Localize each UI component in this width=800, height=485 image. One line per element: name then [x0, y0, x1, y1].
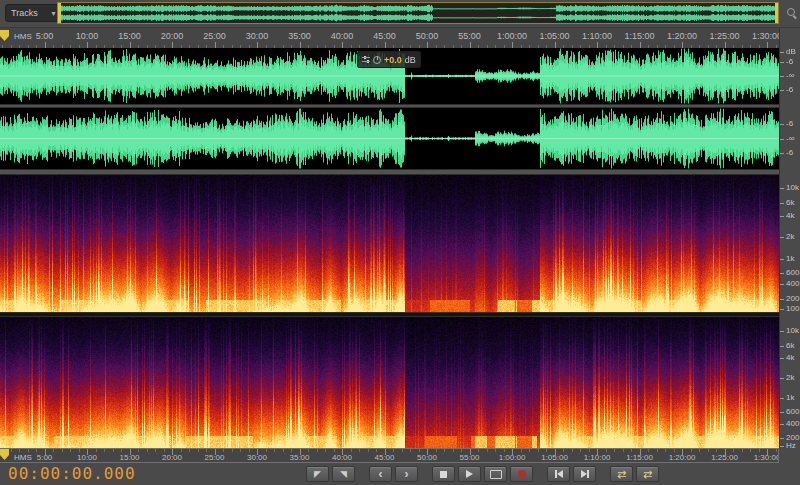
minor-tick — [11, 449, 12, 452]
play-button[interactable] — [458, 466, 481, 482]
gain-knob-icon[interactable] — [373, 56, 381, 64]
play-icon — [466, 470, 473, 478]
minor-tick — [359, 449, 360, 452]
time-tick-label: 50:00 — [417, 453, 437, 462]
freq-label: 100 — [780, 305, 799, 313]
playhead-time-display: 00:00:00.000 — [8, 464, 136, 483]
minor-tick — [164, 449, 165, 452]
minor-tick — [495, 449, 496, 452]
next-icon — [581, 470, 589, 478]
minor-tick — [529, 449, 530, 452]
stop-button[interactable] — [432, 466, 455, 482]
prev-icon — [555, 470, 563, 478]
minor-tick — [444, 449, 445, 452]
magnifier-icon[interactable] — [787, 8, 797, 18]
minor-tick — [368, 449, 369, 452]
freq-label: 4k — [780, 354, 794, 362]
arrow-up-left-icon: ◤ — [314, 470, 321, 479]
spectral-channel-right[interactable] — [0, 317, 779, 448]
freq-label: 10k — [780, 184, 799, 192]
db-label: -6 — [780, 86, 793, 94]
loop-playback-button[interactable] — [484, 466, 507, 482]
time-tick-label: 1:25:00 — [709, 31, 739, 41]
minor-tick — [614, 449, 615, 452]
minor-tick — [623, 449, 624, 452]
loop-selection-button[interactable]: ⇄ — [610, 466, 633, 482]
go-to-end-button[interactable] — [573, 466, 596, 482]
freq-label: 6k — [780, 342, 794, 350]
gain-hud[interactable]: +0.0 dB — [357, 51, 421, 68]
tracks-dropdown-label: Tracks — [11, 8, 38, 18]
minor-tick — [28, 449, 29, 452]
chevron-down-icon: ▼ — [50, 10, 57, 17]
minor-tick — [665, 449, 666, 452]
timeline-ruler-bottom[interactable]: HMS 5:0010:0015:0020:0025:0030:0035:0040… — [0, 448, 779, 463]
time-tick-label: 1:00:00 — [499, 453, 526, 462]
gain-value: +0.0 — [384, 55, 402, 65]
selection-handle-right[interactable] — [775, 3, 778, 23]
db-label: -6 — [780, 149, 793, 157]
minor-tick — [402, 449, 403, 452]
minor-tick — [223, 449, 224, 452]
tracks-dropdown[interactable]: Tracks ▼ — [5, 4, 63, 22]
gain-unit: dB — [405, 55, 416, 65]
freq-label: 200 — [780, 295, 799, 303]
file-overview-navigator[interactable] — [57, 2, 779, 24]
minor-tick — [266, 449, 267, 452]
record-button[interactable] — [510, 466, 533, 482]
time-tick-label: 40:00 — [331, 31, 354, 41]
freq-label: 4k — [780, 212, 794, 220]
freq-label: Hz — [780, 442, 796, 450]
time-tick-label: 10:00 — [76, 31, 99, 41]
timeline-unit-label: HMS — [14, 32, 32, 41]
time-tick-label: 1:10:00 — [582, 31, 612, 41]
transport-group — [547, 466, 596, 482]
minor-tick — [155, 449, 156, 452]
overview-waveform[interactable] — [61, 4, 775, 22]
minor-tick — [750, 449, 751, 452]
time-tick-label: 35:00 — [289, 453, 309, 462]
freq-label: 1k — [780, 394, 794, 402]
skip-selection-button[interactable]: ⇄ — [636, 466, 659, 482]
time-tick-label: 1:30:00 — [752, 31, 779, 41]
playhead-to-previous-button[interactable]: ◤ — [306, 466, 329, 482]
minor-tick — [674, 449, 675, 452]
chevron-left-icon: ‹ — [379, 469, 383, 479]
audio-editor-panel: Tracks ▼ HMS 5:0010:0015:0020:0025:0030:… — [0, 0, 800, 485]
time-tick-label: 5:00 — [37, 453, 53, 462]
minor-tick — [79, 449, 80, 452]
time-tick-label: 15:00 — [118, 31, 141, 41]
freq-label: 1k — [780, 255, 794, 263]
time-tick-label: 1:00:00 — [497, 31, 527, 41]
fast-forward-button[interactable]: › — [395, 466, 418, 482]
minor-tick — [478, 449, 479, 452]
minor-tick — [325, 449, 326, 452]
minor-tick — [147, 449, 148, 452]
minor-tick — [317, 449, 318, 452]
minor-tick — [206, 449, 207, 452]
time-tick-label: 40:00 — [332, 453, 352, 462]
minor-tick — [436, 449, 437, 452]
timeline-ruler-top[interactable]: HMS 5:0010:0015:0020:0025:0030:0035:0040… — [0, 28, 779, 49]
slider-icon — [362, 56, 370, 63]
vertical-scale-ruler[interactable]: dB-6-∞-6-6-∞-610k6k4k2k1k60040020010010k… — [779, 28, 800, 448]
rewind-button[interactable]: ‹ — [369, 466, 392, 482]
waveform-channel-right[interactable] — [0, 108, 779, 169]
minor-tick — [589, 449, 590, 452]
time-tick-label: 1:15:00 — [626, 453, 653, 462]
minor-tick — [376, 449, 377, 452]
selection-handle-left[interactable] — [58, 3, 61, 23]
minor-tick — [240, 449, 241, 452]
playhead-to-next-button[interactable]: ◥ — [332, 466, 355, 482]
transport-controls: ◤◥‹›⇄⇄ — [306, 466, 673, 482]
minor-tick — [274, 449, 275, 452]
transport-group: ◤◥ — [306, 466, 355, 482]
time-tick-label: 1:30:00 — [754, 453, 779, 462]
time-tick-label: 35:00 — [288, 31, 311, 41]
time-tick-label: 50:00 — [416, 31, 439, 41]
spectral-channel-left[interactable] — [0, 175, 779, 312]
minor-tick — [62, 449, 63, 452]
go-to-beginning-button[interactable] — [547, 466, 570, 482]
minor-tick — [572, 449, 573, 452]
freq-label: 600 — [780, 269, 799, 277]
